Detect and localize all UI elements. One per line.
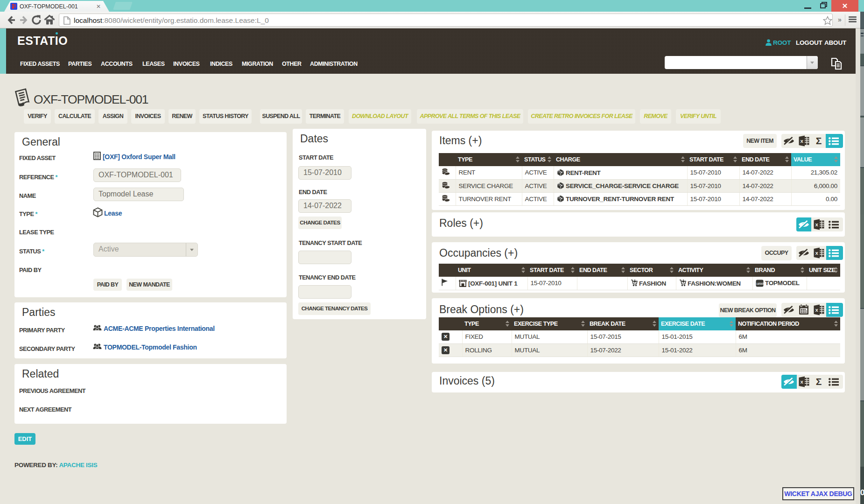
svg-text:x: x bbox=[801, 138, 804, 144]
svg-text:LEGO: LEGO bbox=[757, 282, 764, 285]
svg-text:x: x bbox=[815, 250, 819, 256]
svg-text:x: x bbox=[815, 222, 819, 227]
svg-text:x: x bbox=[815, 307, 819, 313]
svg-text:x: x bbox=[801, 379, 804, 385]
